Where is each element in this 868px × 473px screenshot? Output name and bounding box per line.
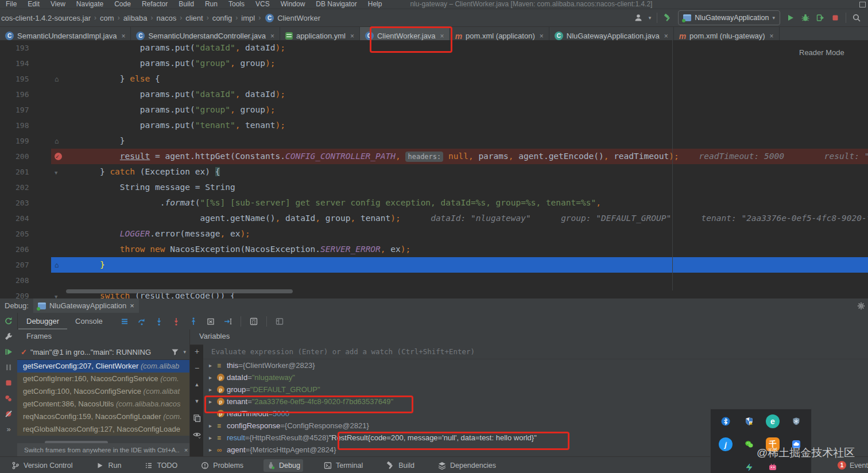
stack-frame[interactable]: getServerConfig:207, ClientWorker (com.a… <box>17 360 189 373</box>
close-icon[interactable]: × <box>184 447 188 453</box>
rerun-icon[interactable] <box>4 316 13 325</box>
defender-icon[interactable] <box>742 414 757 429</box>
reader-mode-label[interactable]: Reader Mode <box>799 48 844 57</box>
debug-button[interactable] <box>801 13 810 22</box>
run-button[interactable] <box>786 13 795 22</box>
statusbar-version-control[interactable]: Version Control <box>8 459 75 472</box>
breakpoint-icon[interactable] <box>55 153 62 160</box>
copy-icon[interactable] <box>192 413 202 422</box>
run-config-select[interactable]: NluGatewayApplication ▾ <box>678 10 780 25</box>
expand-chevron-icon[interactable]: ▸ <box>209 374 217 381</box>
breadcrumb-item[interactable]: config <box>211 13 234 24</box>
line-number[interactable]: 202 <box>0 180 51 195</box>
close-icon[interactable]: × <box>440 32 444 40</box>
menu-file[interactable]: File <box>6 0 17 8</box>
layout-icon[interactable] <box>275 317 284 326</box>
eset-icon[interactable]: e <box>765 414 780 429</box>
close-icon[interactable]: × <box>664 32 668 40</box>
close-icon[interactable]: × <box>130 301 134 310</box>
line-number[interactable]: 206 <box>0 242 51 257</box>
add-watch-icon[interactable]: + <box>192 347 202 356</box>
debug-session-tab[interactable]: NluGatewayApplication × <box>33 298 139 313</box>
thread-selector[interactable]: ✓ "main"@1 in gro..."main": RUNNING ▾ <box>17 344 189 360</box>
line-number[interactable]: 209 <box>0 288 51 298</box>
mute-breakpoints-icon[interactable] <box>4 409 13 418</box>
robot-icon[interactable] <box>765 460 780 473</box>
menu-help[interactable]: Help <box>368 0 382 8</box>
close-icon[interactable]: × <box>121 32 125 40</box>
menu-edit[interactable]: Edit <box>28 0 40 8</box>
search-icon[interactable] <box>852 13 861 22</box>
resume-icon[interactable] <box>4 347 13 356</box>
step-out-icon[interactable] <box>189 317 198 326</box>
event-indicator[interactable]: 1Event <box>838 461 868 470</box>
line-number[interactable]: 208 <box>0 273 51 288</box>
breadcrumb-item[interactable]: client <box>184 13 204 24</box>
breadcrumb-item[interactable]: alibaba <box>122 13 149 24</box>
hamburger-icon[interactable] <box>120 317 129 326</box>
line-number[interactable]: 197 <box>0 102 51 118</box>
chevron-down-icon[interactable]: ▾ <box>183 349 186 355</box>
stack-frame[interactable]: reqNacosConfig:159, NacosConfigLoader (c… <box>17 410 189 423</box>
menu-view[interactable]: View <box>51 0 65 8</box>
statusbar-run[interactable]: Run <box>92 459 124 472</box>
coverage-button[interactable] <box>816 13 825 22</box>
menu-refactor[interactable]: Refactor <box>142 0 168 8</box>
build-hammer-icon[interactable] <box>663 13 672 22</box>
expand-chevron-icon[interactable]: ▸ <box>209 398 217 405</box>
line-number[interactable]: 200 <box>0 149 51 164</box>
line-number[interactable]: 193 <box>0 40 51 56</box>
line-number[interactable]: 201 <box>0 164 51 180</box>
statusbar-debug[interactable]: Debug <box>264 459 303 472</box>
eye-icon[interactable] <box>192 430 202 439</box>
stack-frame[interactable]: getContent:386, NacosUtils (com.alibaba.… <box>17 398 189 410</box>
line-number[interactable]: 207 <box>0 257 51 273</box>
menu-run[interactable]: Run <box>205 0 218 8</box>
tab-debugger[interactable]: Debugger <box>18 313 67 329</box>
breadcrumb-item[interactable]: impl <box>240 13 256 24</box>
menu-tools[interactable]: Tools <box>228 0 245 8</box>
stop-button[interactable] <box>831 13 840 22</box>
fold-arrow-icon[interactable]: ▼ <box>55 170 57 176</box>
remove-icon[interactable]: − <box>192 363 202 373</box>
close-icon[interactable]: × <box>770 32 774 40</box>
statusbar-problems[interactable]: Problems <box>197 459 246 472</box>
menu-code[interactable]: Code <box>114 0 131 8</box>
statusbar-todo[interactable]: TODO <box>141 459 180 472</box>
menu-db-navigator[interactable]: DB Navigator <box>316 0 356 8</box>
line-number[interactable]: 204 <box>0 211 51 226</box>
down-icon[interactable]: ▼ <box>192 397 202 406</box>
window-restore-icon[interactable] <box>859 2 866 7</box>
statusbar-dependencies[interactable]: Dependencies <box>435 459 499 472</box>
drop-frame-icon[interactable] <box>206 317 215 326</box>
expand-chevron-icon[interactable]: ▸ <box>209 447 217 453</box>
menu-navigate[interactable]: Navigate <box>76 0 103 8</box>
expand-chevron-icon[interactable]: ▸ <box>209 362 217 369</box>
expand-chevron-icon[interactable]: ▸ <box>209 386 217 393</box>
view-breakpoints-icon[interactable] <box>4 394 13 403</box>
line-number[interactable]: 196 <box>0 87 51 102</box>
pause-icon[interactable] <box>4 363 13 372</box>
wechat-icon[interactable] <box>742 437 757 452</box>
line-number[interactable]: 203 <box>0 195 51 211</box>
menu-build[interactable]: Build <box>179 0 194 8</box>
line-number[interactable]: 198 <box>0 118 51 133</box>
line-number[interactable]: 199 <box>0 133 51 149</box>
filter-funnel-icon[interactable] <box>170 347 180 356</box>
variable-row-this[interactable]: ▸≡this = {ClientWorker@2823} <box>203 359 868 371</box>
breadcrumb-item[interactable]: com <box>99 13 115 24</box>
fold-arrow-icon[interactable]: ▼ <box>55 294 57 298</box>
expand-chevron-icon[interactable]: ▸ <box>209 435 217 441</box>
flash-icon[interactable] <box>742 460 757 473</box>
fold-marker-icon[interactable]: ⌂ <box>55 75 59 83</box>
statusbar-build[interactable]: Build <box>383 459 417 472</box>
calculator-icon[interactable] <box>249 317 258 326</box>
line-number[interactable]: 195 <box>0 71 51 87</box>
stack-frame[interactable]: reqGlobalNacosConfig:127, NacosConfigLoa… <box>17 423 189 436</box>
up-icon[interactable]: ▲ <box>192 380 202 389</box>
variable-row-group[interactable]: ▸pgroup = "DEFAULT_GROUP" <box>203 383 868 396</box>
force-step-into-icon[interactable] <box>172 317 181 326</box>
close-icon[interactable]: × <box>350 32 354 40</box>
stop-icon[interactable] <box>4 378 13 387</box>
line-number[interactable]: 205 <box>0 226 51 242</box>
